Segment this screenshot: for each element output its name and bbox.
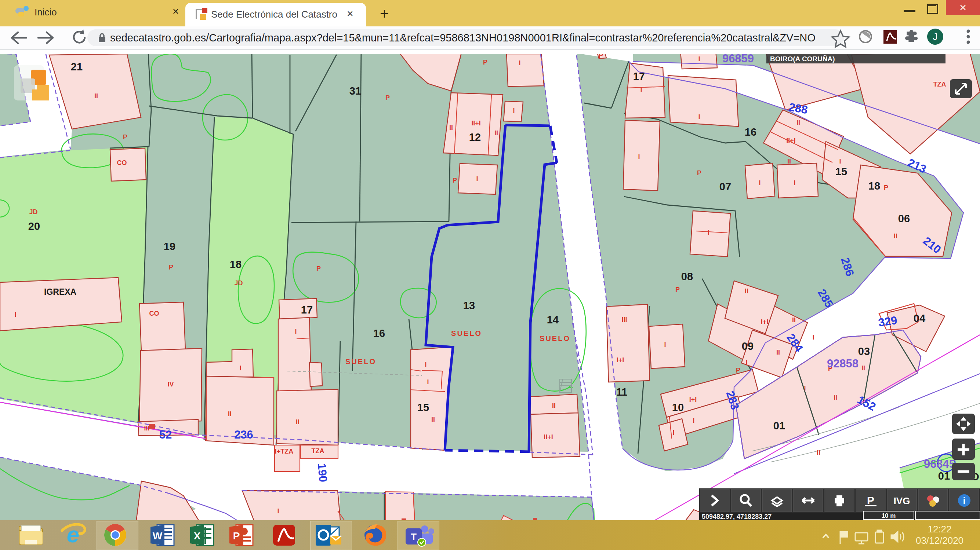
svg-text:JD: JD xyxy=(29,208,37,216)
svg-text:P: P xyxy=(675,286,680,293)
svg-text:II: II xyxy=(431,416,435,423)
svg-text:17: 17 xyxy=(633,70,645,82)
svg-text:T: T xyxy=(411,531,417,542)
svg-text:I: I xyxy=(425,361,426,368)
svg-text:92858: 92858 xyxy=(827,357,859,370)
svg-text:I: I xyxy=(707,229,709,236)
svg-text:509482.97, 4718283.27: 509482.97, 4718283.27 xyxy=(702,513,772,520)
svg-text:03: 03 xyxy=(858,346,870,357)
svg-text:I: I xyxy=(794,179,795,187)
svg-text:52: 52 xyxy=(159,428,172,441)
svg-text:i: i xyxy=(963,495,965,506)
svg-text:II+I: II+I xyxy=(471,119,481,127)
svg-text:I: I xyxy=(812,334,814,341)
svg-text:I: I xyxy=(427,379,429,386)
svg-text:09: 09 xyxy=(742,340,754,352)
svg-text:P: P xyxy=(867,494,874,506)
svg-text:II: II xyxy=(228,410,232,418)
svg-text:16: 16 xyxy=(745,126,756,138)
svg-text:II: II xyxy=(817,449,820,456)
svg-text:P: P xyxy=(483,59,487,66)
svg-text:II: II xyxy=(449,124,453,131)
svg-text:15: 15 xyxy=(835,166,847,178)
svg-text:20: 20 xyxy=(28,220,40,232)
svg-text:IV: IV xyxy=(167,380,173,388)
svg-text:II: II xyxy=(495,130,498,137)
svg-text:15: 15 xyxy=(417,401,429,413)
svg-text:16: 16 xyxy=(373,327,385,339)
svg-text:01: 01 xyxy=(773,420,785,431)
svg-text:14: 14 xyxy=(547,314,558,326)
svg-text:II: II xyxy=(776,349,780,356)
svg-text:J: J xyxy=(933,31,938,42)
svg-text:11: 11 xyxy=(616,386,628,398)
svg-text:P: P xyxy=(884,184,888,192)
svg-text:II: II xyxy=(792,317,796,324)
svg-text:P: P xyxy=(385,94,390,101)
svg-text:IGREXA: IGREXA xyxy=(44,287,76,296)
svg-text:II: II xyxy=(552,402,556,409)
svg-text:I: I xyxy=(277,507,279,515)
svg-text:01: 01 xyxy=(938,470,950,482)
svg-text:31: 31 xyxy=(349,85,361,97)
svg-text:W: W xyxy=(153,530,162,542)
svg-text:329: 329 xyxy=(877,314,898,329)
svg-text:I: I xyxy=(239,365,241,372)
svg-text:P: P xyxy=(697,170,702,177)
svg-text:P: P xyxy=(317,265,321,273)
svg-text:CO: CO xyxy=(150,310,159,317)
svg-text:04: 04 xyxy=(913,312,925,324)
svg-text:II+I: II+I xyxy=(544,433,553,441)
svg-text:I: I xyxy=(664,341,666,348)
svg-text:I: I xyxy=(640,86,642,93)
svg-text:17: 17 xyxy=(301,304,313,316)
svg-text:TZA: TZA xyxy=(312,447,325,455)
svg-text:08: 08 xyxy=(681,271,693,282)
svg-text:X: X xyxy=(194,530,201,542)
svg-text:SUELO: SUELO xyxy=(539,334,570,342)
svg-text:I+I: I+I xyxy=(617,357,624,364)
svg-text:236: 236 xyxy=(234,428,253,441)
svg-text:I: I xyxy=(759,179,760,187)
svg-text:I: I xyxy=(638,153,640,161)
svg-text:10: 10 xyxy=(672,401,684,413)
svg-text:I: I xyxy=(513,107,515,114)
svg-text:I: I xyxy=(14,311,16,318)
svg-text:I+TZA: I+TZA xyxy=(275,448,294,455)
svg-text:I: I xyxy=(693,417,694,424)
svg-text:CO: CO xyxy=(117,159,127,166)
svg-text:19: 19 xyxy=(164,241,175,252)
svg-text:II: II xyxy=(745,287,748,295)
svg-text:P: P xyxy=(453,177,457,184)
svg-text:I: I xyxy=(673,429,674,436)
svg-text:13: 13 xyxy=(463,300,475,311)
svg-text:I+I: I+I xyxy=(761,318,768,326)
svg-text:BOIRO(A CORUÑA): BOIRO(A CORUÑA) xyxy=(770,55,835,63)
svg-text:18: 18 xyxy=(230,258,242,270)
svg-text:III: III xyxy=(621,316,627,323)
svg-text:12: 12 xyxy=(469,131,481,143)
svg-text:06: 06 xyxy=(898,213,910,224)
svg-text:190: 190 xyxy=(315,463,329,483)
svg-text:II: II xyxy=(861,365,865,372)
svg-text:P: P xyxy=(123,133,127,141)
svg-text:21: 21 xyxy=(71,61,83,73)
svg-text:I+I: I+I xyxy=(689,396,697,403)
svg-text:P: P xyxy=(233,530,240,542)
svg-text:II: II xyxy=(787,158,791,165)
svg-text:II+I: II+I xyxy=(786,137,796,144)
svg-text:III: III xyxy=(144,425,150,432)
svg-text:II: II xyxy=(296,418,299,426)
svg-text:96845: 96845 xyxy=(924,458,955,471)
svg-text:I: I xyxy=(698,113,700,120)
svg-text:10 m: 10 m xyxy=(881,512,896,519)
svg-text:I: I xyxy=(804,385,806,392)
svg-text:II: II xyxy=(894,233,897,240)
svg-text:SUELO: SUELO xyxy=(451,329,482,337)
svg-text:P: P xyxy=(169,264,173,271)
svg-text:I: I xyxy=(698,55,700,63)
svg-text:SUELO: SUELO xyxy=(345,358,376,366)
svg-text:96859: 96859 xyxy=(722,52,754,65)
svg-text:I: I xyxy=(745,359,747,366)
svg-text:P: P xyxy=(736,367,740,374)
